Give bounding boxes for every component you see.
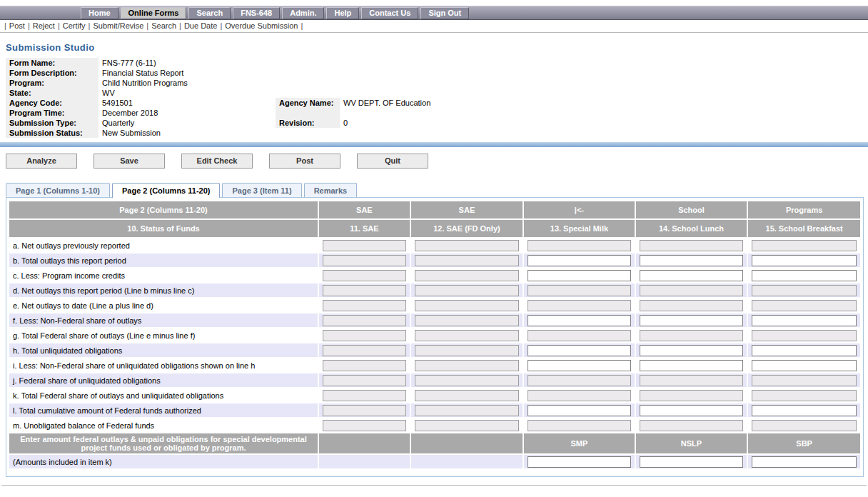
input-i-13[interactable] [528,360,631,371]
form-info-row: Submission Type:QuarterlyRevision:0 [6,118,862,128]
cell-g-12 [411,328,523,342]
cell-a-11 [319,239,410,252]
nav-admin[interactable]: Admin. [282,7,324,19]
form-name-label: Form Name: [6,58,99,68]
cell-i-13 [524,358,635,372]
cell-a-13 [524,239,635,252]
cell-g-13 [524,328,635,342]
menu-search[interactable]: Search [151,21,176,30]
input-f-12 [415,315,519,326]
section-row: Enter amount federal outlays & unpaid ob… [9,433,860,453]
cell-h-12 [411,343,523,357]
menu-separator: | [146,21,148,30]
input-amounts-nslp[interactable] [640,456,744,468]
grid-header-row: 10. Status of Funds11. SAE12. SAE (FD On… [9,220,860,237]
save-button[interactable]: Save [94,154,165,169]
input-c-13[interactable] [528,270,631,281]
nav-contact-us[interactable]: Contact Us [361,7,418,19]
row-label-m: m. Unobligated balance of Federal funds [9,418,318,432]
analyze-button[interactable]: Analyze [6,154,77,169]
revision-label: Revision: [276,118,340,128]
input-b-13[interactable] [528,255,631,266]
input-l-14[interactable] [640,405,744,416]
menu-post[interactable]: Post [9,21,25,30]
cell-k-11 [319,388,410,402]
cell-l-11 [319,403,410,417]
menu-certify[interactable]: Certify [63,21,86,30]
agency-name-label: Agency Name: [276,98,340,108]
tab-page-2-columns-11-20[interactable]: Page 2 (Columns 11-20) [112,183,221,198]
nav-home[interactable]: Home [81,7,118,19]
post-button[interactable]: Post [269,154,340,169]
input-g-12 [415,330,519,341]
edit-check-button[interactable]: Edit Check [181,154,253,169]
nav-fns-648[interactable]: FNS-648 [233,7,280,19]
nav-sign-out[interactable]: Sign Out [420,7,469,19]
input-f-13[interactable] [528,315,631,326]
input-l-12 [415,405,519,416]
cell-f-13 [524,313,635,327]
row-label-c: c. Less: Program income credits [9,268,318,282]
cell-j-12 [411,373,523,387]
form-info-row: Form Description:Financial Status Report [6,68,862,78]
input-i-14[interactable] [640,360,744,371]
cell-m-11 [319,418,410,432]
menu-due-date[interactable]: Due Date [184,21,217,30]
cell-b-12 [411,253,523,267]
agency-code-label: Agency Code: [6,98,99,108]
input-e-13 [528,300,631,311]
form-description-label: Form Description: [6,68,99,78]
nav-help[interactable]: Help [326,7,359,19]
tab-page-1-columns-1-10[interactable]: Page 1 (Columns 1-10) [6,183,110,197]
col-header-programs: Programs [748,201,860,219]
input-f-14[interactable] [640,315,744,326]
input-c-15[interactable] [752,270,857,281]
nav-online-forms[interactable]: Online Forms [121,7,187,19]
cell-l-13 [524,403,635,417]
cell-m-13 [524,418,635,432]
cell-l-15 [748,403,860,417]
menu-reject[interactable]: Reject [33,21,55,30]
cell-m-15 [748,418,860,432]
page-title: Submission Studio [6,42,868,53]
section-col-header-nslp: NSLP [636,433,747,453]
table-row-l: l. Total cumulative amount of Federal fu… [9,403,860,417]
input-b-14[interactable] [640,255,744,266]
input-l-15[interactable] [752,405,857,416]
menu-overdue-submission[interactable]: Overdue Submission [225,21,298,30]
cell-f-11 [319,313,410,327]
program-time-value: December 2018 [99,108,276,118]
section-cell-empty [319,433,410,453]
input-i-15[interactable] [752,360,857,371]
input-b-15[interactable] [752,255,857,266]
input-l-13[interactable] [528,405,631,416]
input-g-11 [323,330,406,341]
table-row-g: g. Total Federal share of outlays (Line … [9,328,860,342]
input-h-13[interactable] [528,345,631,356]
input-j-11 [323,375,406,386]
cell-i-11 [319,358,410,372]
cell-b-14 [636,253,747,267]
input-amounts-smp[interactable] [528,456,631,468]
tab-remarks[interactable]: Remarks [304,183,357,197]
input-i-12 [415,360,519,371]
cell-j-11 [319,373,410,387]
input-c-14[interactable] [640,270,744,281]
input-amounts-sbp[interactable] [752,456,857,468]
tab-page-3-item-11[interactable]: Page 3 (Item 11) [222,183,301,197]
input-f-15[interactable] [752,315,857,326]
amounts-cell-sbp [748,455,860,468]
nav-search[interactable]: Search [188,7,231,19]
input-e-15 [752,300,857,311]
table-row-b: b. Total outlays this report period [9,253,860,267]
section-cell-empty [411,433,523,453]
form-info-row: Program Time:December 2018 [6,108,862,118]
cell-i-14 [636,358,747,372]
quit-button[interactable]: Quit [357,154,428,169]
input-h-14[interactable] [640,345,744,356]
cell-m-12 [411,418,523,432]
input-h-15[interactable] [752,345,857,356]
input-k-15 [752,390,857,401]
menu-submit-revise[interactable]: Submit/Revise [93,21,143,30]
table-row-c: c. Less: Program income credits [9,268,860,282]
